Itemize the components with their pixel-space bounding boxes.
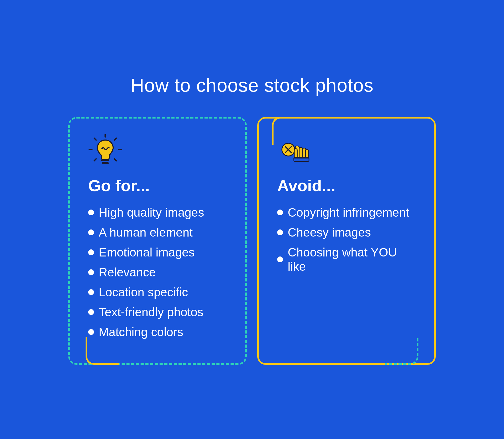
- svg-rect-17: [294, 149, 297, 158]
- bullet-icon: [88, 309, 94, 315]
- stop-hand-icon: [277, 134, 311, 168]
- list-item: Relevance: [88, 265, 227, 279]
- svg-line-7: [94, 159, 96, 161]
- svg-line-5: [94, 138, 96, 140]
- bullet-icon: [277, 256, 283, 262]
- cards-container: Go for... High quality images A human el…: [68, 117, 436, 365]
- card-avoid: Avoid... Copyright infringement Cheesy i…: [257, 117, 436, 365]
- avoid-list: Copyright infringement Cheesy images Cho…: [277, 205, 416, 274]
- bullet-icon: [88, 229, 94, 235]
- svg-line-2: [114, 138, 116, 140]
- svg-rect-16: [306, 149, 308, 158]
- list-item: Matching colors: [88, 325, 227, 339]
- go-for-heading: Go for...: [88, 176, 227, 195]
- svg-line-4: [114, 159, 116, 161]
- card-go: Go for... High quality images A human el…: [68, 117, 247, 365]
- bullet-icon: [88, 269, 94, 275]
- bullet-icon: [88, 249, 94, 255]
- go-for-list: High quality images A human element Emot…: [88, 205, 227, 339]
- list-item: Location specific: [88, 285, 227, 299]
- list-item: High quality images: [88, 205, 227, 220]
- list-item: Choosing what YOU like: [277, 245, 416, 274]
- svg-rect-8: [101, 160, 109, 161]
- list-item: Cheesy images: [277, 225, 416, 239]
- svg-rect-14: [299, 147, 303, 158]
- svg-rect-9: [102, 162, 109, 164]
- page-title: How to choose stock photos: [130, 74, 374, 96]
- lightbulb-icon: [88, 134, 122, 168]
- svg-rect-18: [294, 157, 309, 161]
- list-item: A human element: [88, 225, 227, 239]
- bullet-icon: [277, 229, 283, 235]
- bullet-icon: [88, 289, 94, 295]
- bullet-icon: [277, 210, 283, 215]
- list-item: Text-friendly photos: [88, 305, 227, 319]
- list-item: Copyright infringement: [277, 205, 416, 220]
- list-item: Emotional images: [88, 245, 227, 259]
- bullet-icon: [88, 210, 94, 215]
- bullet-icon: [88, 329, 94, 335]
- avoid-heading: Avoid...: [277, 176, 416, 195]
